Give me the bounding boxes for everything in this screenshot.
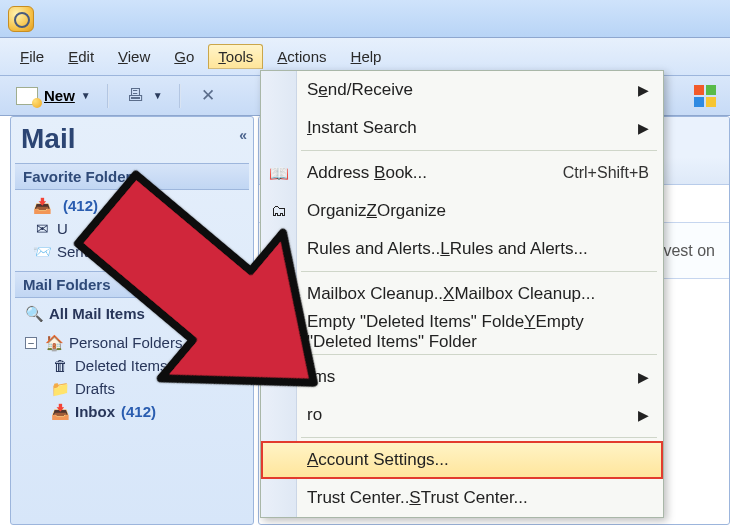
sent-icon: 📨 (33, 244, 51, 260)
menu-actions[interactable]: Actions (267, 44, 336, 69)
categories-button[interactable] (686, 82, 724, 110)
tools-menu-dropdown: Send/Receive▶Instant Search▶📖Address Boo… (260, 70, 664, 518)
menu-item-send-receive[interactable]: Send/Receive▶ (261, 71, 663, 109)
menu-item-rules-and-alerts[interactable]: Rules and Alerts..LRules and Alerts... (261, 230, 663, 268)
submenu-arrow-icon: ▶ (638, 369, 649, 385)
menu-go[interactable]: Go (164, 44, 204, 69)
submenu-arrow-icon: ▶ (638, 407, 649, 423)
dropdown-arrow-icon[interactable]: ▼ (153, 90, 163, 101)
categories-grid-icon (694, 85, 716, 107)
menu-separator (301, 271, 657, 272)
trash-icon: 🗑 (51, 358, 69, 374)
menu-item-organize[interactable]: 🗂OrganizZOrganize (261, 192, 663, 230)
menu-tools[interactable]: Tools (208, 44, 263, 69)
organize-icon: 🗂 (268, 201, 290, 221)
fav-unread-mail[interactable]: ✉U (31, 217, 245, 240)
menu-item-empty-deleted-items-folder[interactable]: Empty "Deleted Items" FoldeYEmpty "Delet… (261, 313, 663, 351)
content-fragment: vest on (663, 242, 715, 260)
folder-inbox[interactable]: 📥Inbox (412) (49, 400, 245, 423)
submenu-arrow-icon: ▶ (638, 82, 649, 98)
menu-item-mailbox-cleanup[interactable]: Mailbox Cleanup..XMailbox Cleanup... (261, 275, 663, 313)
personal-folders-root[interactable]: – 🏠 Personal Folders (23, 331, 245, 354)
menu-item-macro[interactable]: ro▶ (261, 396, 663, 434)
dropdown-arrow-icon[interactable]: ▼ (81, 90, 91, 101)
delete-button[interactable]: ✕ (189, 83, 227, 109)
mail-folders-header[interactable]: Mail Folders (15, 271, 249, 298)
home-folder-icon: 🏠 (45, 335, 63, 351)
fav-sent-items[interactable]: 📨Sent (31, 240, 245, 263)
favorite-folders-header[interactable]: Favorite Folders (15, 163, 249, 190)
titlebar (0, 0, 730, 38)
folder-deleted-items[interactable]: 🗑Deleted Items (49, 354, 245, 377)
folder-icon: 📁 (51, 381, 69, 397)
menu-item-forms[interactable]: rms▶ (261, 358, 663, 396)
book-icon: 📖 (268, 163, 290, 183)
shortcut-text: Ctrl+Shift+B (563, 164, 649, 182)
mail-folders-list: 🔍 All Mail Items – 🏠 Personal Folders 🗑D… (15, 298, 249, 431)
menu-file[interactable]: File (10, 44, 54, 69)
all-mail-items[interactable]: 🔍 All Mail Items (23, 302, 245, 325)
tree-collapse-icon[interactable]: – (25, 337, 37, 349)
folder-drafts[interactable]: 📁Drafts (49, 377, 245, 400)
menu-item-account-settings[interactable]: Account Settings... (261, 441, 663, 479)
fav-inbox[interactable]: 📥 (412) (31, 194, 245, 217)
menu-separator (301, 150, 657, 151)
nav-title: Mail « (15, 121, 249, 163)
unread-icon: ✉ (33, 221, 51, 237)
submenu-arrow-icon: ▶ (638, 120, 649, 136)
menu-item-instant-search[interactable]: Instant Search▶ (261, 109, 663, 147)
print-button[interactable]: 🖶 ▼ (117, 83, 171, 109)
print-icon: 🖶 (125, 86, 147, 106)
toolbar-separator (179, 84, 181, 108)
outlook-app-icon (8, 6, 34, 32)
menu-edit[interactable]: Edit (58, 44, 104, 69)
menu-separator (301, 437, 657, 438)
menu-item-address-book[interactable]: 📖Address Book...Ctrl+Shift+B (261, 154, 663, 192)
toolbar-separator (107, 84, 109, 108)
inbox-icon: 📥 (51, 404, 69, 420)
menu-help[interactable]: Help (341, 44, 392, 69)
new-button-label: New (44, 87, 75, 104)
inbox-icon: 📥 (33, 198, 51, 214)
menu-separator (301, 354, 657, 355)
menu-view[interactable]: View (108, 44, 160, 69)
delete-icon: ✕ (197, 86, 219, 106)
collapse-chevrons-icon[interactable]: « (239, 127, 243, 143)
new-mail-icon (16, 87, 38, 105)
menu-item-trust-center[interactable]: Trust Center..STrust Center... (261, 479, 663, 517)
favorite-folders-list: 📥 (412)✉U📨Sent (15, 190, 249, 271)
navigation-pane: Mail « Favorite Folders 📥 (412)✉U📨Sent M… (10, 116, 254, 525)
search-icon: 🔍 (25, 306, 43, 322)
new-button[interactable]: New ▼ (8, 84, 99, 108)
